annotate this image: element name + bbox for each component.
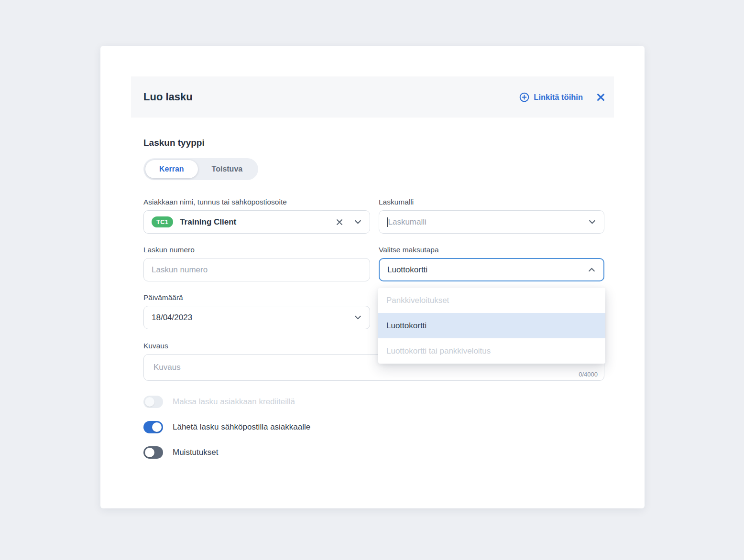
invoice-type-heading: Laskun tyyppi bbox=[143, 138, 604, 148]
customer-label: Asiakkaan nimi, tunnus tai sähköpostioso… bbox=[143, 198, 370, 206]
date-field-group: Päivämäärä 18/04/2023 bbox=[143, 293, 370, 329]
link-to-jobs-button[interactable]: Linkitä töihin bbox=[519, 92, 583, 102]
modal-header: Luo lasku Linkitä töihin bbox=[131, 76, 614, 118]
clear-customer-icon[interactable] bbox=[336, 218, 343, 226]
client-name: Training Client bbox=[180, 217, 236, 227]
chevron-down-icon[interactable] bbox=[588, 218, 596, 226]
toggle-row-email-invoice: Lähetä lasku sähköpostilla asiakkaalle bbox=[143, 421, 604, 433]
toggle-row-reminders: Muistutukset bbox=[143, 446, 604, 459]
description-placeholder: Kuvaus bbox=[153, 363, 181, 372]
header-actions: Linkitä töihin bbox=[519, 92, 605, 102]
modal-title: Luo lasku bbox=[143, 91, 193, 103]
payment-method-field-group: Valitse maksutapa Luottokortti Pankkivel… bbox=[379, 246, 604, 281]
link-to-jobs-label: Linkitä töihin bbox=[534, 93, 583, 102]
chevron-down-icon[interactable] bbox=[354, 313, 362, 322]
template-select[interactable]: Laskumalli bbox=[379, 210, 604, 234]
text-caret bbox=[387, 217, 388, 227]
customer-field-group: Asiakkaan nimi, tunnus tai sähköpostioso… bbox=[143, 198, 370, 234]
client-badge: TC1 bbox=[152, 216, 173, 227]
toggle-knob bbox=[145, 448, 154, 457]
chevron-down-icon[interactable] bbox=[354, 218, 362, 226]
dropdown-option-pankkiveloitukset: Pankkiveloitukset bbox=[378, 288, 605, 313]
dropdown-option-luottokortti-tai-pankkiveloitus: Luottokortti tai pankkiveloitus bbox=[378, 338, 605, 364]
customer-select[interactable]: TC1 Training Client bbox=[143, 210, 370, 234]
toggle-list: Maksa lasku asiakkaan krediiteillä Lähet… bbox=[143, 396, 604, 459]
invoice-number-label: Laskun numero bbox=[143, 246, 370, 254]
tab-kerran[interactable]: Kerran bbox=[145, 160, 198, 178]
email-invoice-label: Lähetä lasku sähköpostilla asiakkaalle bbox=[173, 422, 310, 432]
char-counter: 0/4000 bbox=[579, 371, 598, 378]
date-label: Päivämäärä bbox=[143, 293, 370, 302]
dropdown-option-luottokortti[interactable]: Luottokortti bbox=[378, 313, 605, 338]
payment-method-value: Luottokortti bbox=[387, 265, 427, 275]
toggle-knob bbox=[145, 397, 154, 407]
invoice-number-field-group: Laskun numero bbox=[143, 246, 370, 281]
date-select[interactable]: 18/04/2023 bbox=[143, 306, 370, 329]
plus-circle-icon bbox=[519, 92, 529, 102]
pay-with-credits-label: Maksa lasku asiakkaan krediiteillä bbox=[173, 397, 295, 407]
email-invoice-toggle[interactable] bbox=[143, 421, 163, 433]
template-label: Laskumalli bbox=[379, 198, 604, 206]
payment-method-label: Valitse maksutapa bbox=[379, 246, 604, 254]
tab-toistuva[interactable]: Toistuva bbox=[198, 160, 257, 178]
invoice-number-box bbox=[143, 258, 370, 281]
pay-with-credits-toggle bbox=[143, 396, 163, 408]
payment-method-select[interactable]: Luottokortti bbox=[379, 258, 604, 281]
invoice-type-segmented-control: Kerran Toistuva bbox=[143, 158, 258, 180]
template-placeholder: Laskumalli bbox=[388, 217, 427, 227]
date-value: 18/04/2023 bbox=[152, 313, 192, 323]
payment-method-dropdown: Pankkiveloitukset Luottokortti Luottokor… bbox=[378, 288, 605, 364]
close-button[interactable] bbox=[596, 93, 605, 102]
invoice-form: Laskun tyyppi Kerran Toistuva Asiakkaan … bbox=[143, 138, 604, 459]
reminders-label: Muistutukset bbox=[173, 448, 218, 457]
create-invoice-modal: Luo lasku Linkitä töihin Laskun tyyppi K… bbox=[100, 46, 645, 508]
toggle-knob bbox=[152, 422, 162, 432]
reminders-toggle[interactable] bbox=[143, 446, 163, 459]
invoice-number-input[interactable] bbox=[152, 258, 362, 281]
chevron-up-icon[interactable] bbox=[588, 266, 596, 274]
toggle-row-credits: Maksa lasku asiakkaan krediiteillä bbox=[143, 396, 604, 408]
template-field-group: Laskumalli Laskumalli bbox=[379, 198, 604, 234]
close-icon bbox=[596, 93, 605, 102]
